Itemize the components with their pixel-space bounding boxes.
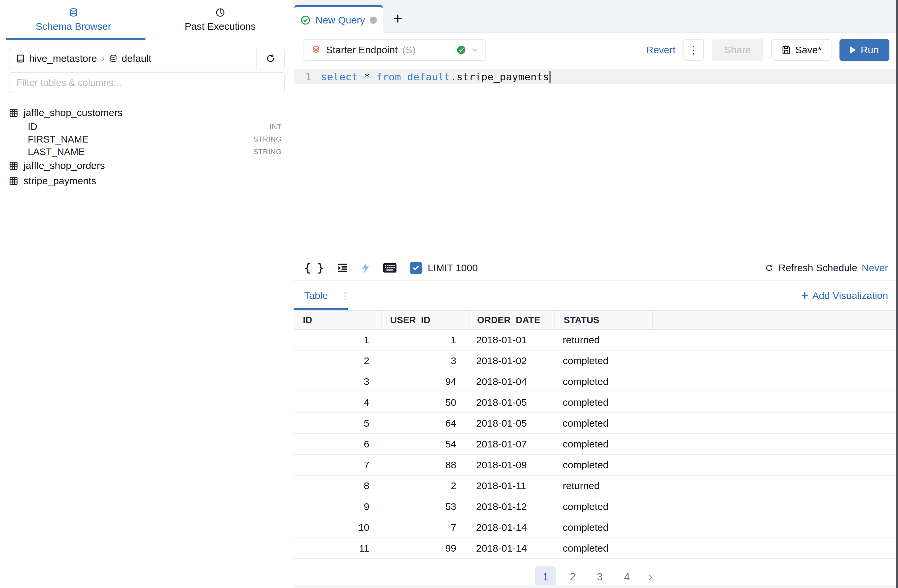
table-cell: completed xyxy=(555,413,652,434)
add-visualization-label: Add Visualization xyxy=(812,290,888,301)
table-cell: 50 xyxy=(381,392,468,413)
limit-toggle[interactable]: LIMIT 1000 xyxy=(410,262,478,274)
share-button: Share xyxy=(712,39,763,61)
format-indent-icon[interactable] xyxy=(337,262,349,274)
results-header-row: IDUSER_IDORDER_DATESTATUS xyxy=(294,311,898,329)
table-row[interactable]: 1072018-01-14completed xyxy=(294,517,898,538)
table-cell: 10 xyxy=(294,517,381,538)
schema-table-item[interactable]: stripe_payments xyxy=(9,173,285,188)
refresh-schedule-value[interactable]: Never xyxy=(862,262,888,274)
schema-column-item[interactable]: IDINT xyxy=(9,120,285,133)
schema-filter-box xyxy=(9,72,285,93)
column-name: ID xyxy=(28,122,37,132)
table-cell: completed xyxy=(555,371,652,392)
tab-new-query[interactable]: New Query xyxy=(294,5,383,33)
braces-icon[interactable]: { } xyxy=(304,262,324,274)
table-cell: 2018-01-14 xyxy=(468,538,555,559)
table-cell: 99 xyxy=(381,538,468,559)
table-row[interactable]: 9532018-01-12completed xyxy=(294,496,898,517)
refresh-schema-button[interactable] xyxy=(256,48,284,69)
table-cell: 64 xyxy=(381,413,468,434)
table-cell: 7 xyxy=(294,454,381,475)
endpoint-selector[interactable]: Starter Endpoint (S) xyxy=(303,39,486,61)
run-button[interactable]: Run xyxy=(840,39,889,61)
refresh-icon xyxy=(765,263,774,272)
table-cell: 2 xyxy=(381,475,468,496)
keyboard-icon[interactable] xyxy=(383,263,397,273)
sql-editor[interactable]: 1 select * from default.stripe_payments xyxy=(294,66,898,255)
breadcrumb-schema[interactable]: default xyxy=(121,53,151,64)
table-cell: 2018-01-09 xyxy=(468,454,555,475)
window-scrollbar[interactable] xyxy=(896,0,898,588)
breadcrumb[interactable]: hive_metastore › default xyxy=(9,48,256,69)
sql-token-plain: .stripe_payments xyxy=(451,71,549,83)
more-options-button[interactable]: ⋮ xyxy=(683,39,704,61)
schema-table-item[interactable]: jaffle_shop_customers xyxy=(9,105,285,120)
table-row[interactable]: 112018-01-01returned xyxy=(294,329,898,350)
schema-column-item[interactable]: LAST_NAMESTRING xyxy=(9,146,285,158)
table-row[interactable]: 5642018-01-05completed xyxy=(294,413,898,434)
table-row[interactable]: 3942018-01-04completed xyxy=(294,371,898,392)
sql-token-plain: * xyxy=(358,71,376,83)
table-row[interactable]: 7882018-01-09completed xyxy=(294,454,898,475)
sql-active-line[interactable]: 1 select * from default.stripe_payments xyxy=(294,69,898,84)
table-cell: 54 xyxy=(381,434,468,454)
column-type: STRING xyxy=(253,135,282,143)
table-cell: 7 xyxy=(381,517,468,538)
schema-table-item[interactable]: jaffle_shop_orders xyxy=(9,158,285,173)
table-cell: 6 xyxy=(294,434,381,454)
table-row[interactable]: 4502018-01-05completed xyxy=(294,392,898,413)
table-cell: 3 xyxy=(381,350,468,371)
lightning-icon[interactable] xyxy=(361,262,370,274)
table-cell: 2018-01-02 xyxy=(468,350,555,371)
table-cell: completed xyxy=(555,350,652,371)
column-header[interactable]: STATUS xyxy=(555,311,652,329)
table-cell: completed xyxy=(555,392,652,413)
table-grid-icon xyxy=(9,161,18,171)
table-cell: completed xyxy=(555,496,652,517)
refresh-schedule-label: Refresh Schedule xyxy=(778,262,857,274)
save-button-label: Save* xyxy=(795,44,822,55)
filter-tables-input[interactable] xyxy=(17,77,277,88)
table-cell: 2018-01-04 xyxy=(468,371,555,392)
tab-schema-browser[interactable]: Schema Browser xyxy=(0,0,147,40)
table-cell: completed xyxy=(555,517,652,538)
table-view-kebab-icon[interactable]: ⋮ xyxy=(341,290,350,301)
play-icon xyxy=(850,46,856,54)
sql-code: select * from default.stripe_payments xyxy=(321,71,549,83)
table-cell: 2018-01-01 xyxy=(468,329,555,350)
table-cell: 2018-01-12 xyxy=(468,496,555,517)
revert-button[interactable]: Revert xyxy=(646,44,675,55)
schema-column-item[interactable]: FIRST_NAMESTRING xyxy=(9,133,285,146)
column-header[interactable]: ORDER_DATE xyxy=(468,311,555,329)
limit-checkbox[interactable] xyxy=(410,262,422,274)
endpoint-name: Starter Endpoint xyxy=(326,44,398,55)
tab-past-executions[interactable]: Past Executions xyxy=(147,0,294,40)
add-visualization-button[interactable]: + Add Visualization xyxy=(801,290,888,302)
table-cell: 2018-01-11 xyxy=(468,475,555,496)
column-type: STRING xyxy=(253,148,282,156)
table-cell: returned xyxy=(555,475,652,496)
column-header[interactable]: USER_ID xyxy=(381,311,468,329)
editor-actions: Revert ⋮ Share Save* Run xyxy=(646,39,889,61)
column-name: FIRST_NAME xyxy=(28,134,89,145)
text-cursor xyxy=(549,71,550,83)
table-name: jaffle_shop_customers xyxy=(23,107,123,119)
save-button[interactable]: Save* xyxy=(771,39,832,61)
table-cell: 8 xyxy=(294,475,381,496)
table-cell: 1 xyxy=(381,329,468,350)
schema-breadcrumb-box: hive_metastore › default xyxy=(9,48,285,69)
pagination-next-icon[interactable]: › xyxy=(644,570,657,584)
breadcrumb-catalog[interactable]: hive_metastore xyxy=(29,53,97,64)
tab-table-view[interactable]: Table xyxy=(304,290,328,301)
new-query-tab-button[interactable]: + xyxy=(383,4,413,32)
table-row[interactable]: 822018-01-11returned xyxy=(294,475,898,496)
table-row[interactable]: 232018-01-02completed xyxy=(294,350,898,371)
column-header[interactable]: ID xyxy=(294,311,381,329)
table-cell: 9 xyxy=(294,496,381,517)
table-row[interactable]: 11992018-01-14completed xyxy=(294,538,898,559)
table-row[interactable]: 6542018-01-07completed xyxy=(294,434,898,454)
sidebar-tabs: Schema Browser Past Executions xyxy=(0,0,294,40)
schema-table-list: jaffle_shop_customersIDINTFIRST_NAMESTRI… xyxy=(0,105,294,188)
chevron-right-icon: › xyxy=(101,54,105,64)
